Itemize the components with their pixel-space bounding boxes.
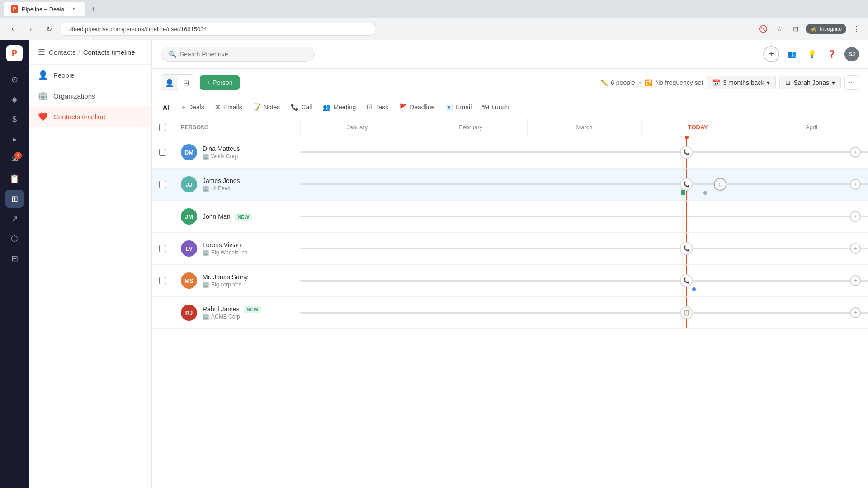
forward-button[interactable]: ›: [24, 22, 38, 36]
filter-tab-deadline[interactable]: 🚩 Deadline: [397, 101, 436, 114]
person-name-john[interactable]: John Man NEW: [203, 213, 252, 220]
dot-separator: •: [639, 79, 642, 87]
address-bar[interactable]: uifeed.pipedrive.com/persons/timeline/us…: [60, 23, 376, 36]
deal-marker-james: [681, 190, 685, 195]
person-name-dina[interactable]: Dina Matteus: [203, 145, 240, 152]
filter-tab-call[interactable]: 📞 Call: [289, 101, 314, 114]
browser-tab[interactable]: P Pipeline – Deals ✕: [4, 2, 85, 16]
filter-tab-all[interactable]: All: [161, 101, 173, 114]
row-checkbox-james[interactable]: [159, 181, 166, 188]
top-header: 🔍 + 👥 💡 ❓ SJ: [152, 40, 868, 69]
add-event-button-john[interactable]: +: [850, 211, 861, 222]
sidebar-item-contacts-timeline[interactable]: ❤️ Contacts timeline: [29, 106, 151, 127]
frequency-button[interactable]: 🔁 No frequency set: [645, 79, 703, 86]
person-name-rahul[interactable]: Rahul James NEW: [203, 305, 261, 313]
event-call-lorens[interactable]: 📞: [680, 242, 693, 255]
icon-bar-item-money[interactable]: $: [5, 110, 24, 128]
breadcrumb-contacts[interactable]: Contacts: [49, 48, 75, 56]
task-icon: ☑: [367, 103, 373, 111]
filter-tab-notes[interactable]: 📝 Notes: [251, 101, 282, 114]
sidebar-item-organizations[interactable]: 🏢 Organizations: [29, 85, 151, 106]
person-details-james: James Jones 🏢 UI Feed: [203, 177, 240, 192]
filter-tab-task[interactable]: ☑ Task: [365, 101, 390, 114]
timeline-bar-rahul: [300, 312, 868, 314]
add-event-button-dina[interactable]: +: [850, 147, 861, 158]
filter-tab-emails[interactable]: ✉ Emails: [213, 101, 244, 114]
add-person-button[interactable]: + Person: [200, 75, 240, 90]
timeline-header-row: PERSONS January February March TODAY: [152, 118, 868, 136]
person-name-jonas[interactable]: Mr. Jonas Samy: [203, 273, 248, 281]
icon-bar-item-activities[interactable]: 📋: [5, 170, 24, 188]
event-note-rahul[interactable]: 📋: [680, 306, 693, 319]
star-icon[interactable]: ☆: [773, 23, 786, 35]
filter-tab-deals[interactable]: ⟐ Deals: [180, 101, 206, 114]
filter-icon: ⊟: [785, 79, 791, 86]
app-logo[interactable]: P: [6, 45, 23, 61]
row-checkbox-col: [152, 181, 174, 188]
add-event-button-jonas[interactable]: +: [850, 275, 861, 286]
global-add-button[interactable]: +: [763, 46, 779, 62]
app-container: P ⊙ ◈ $ ▸ ✉ 4 📋 ⊞ ↗ ⬡ ⊟ ☰ Contacts / Con…: [0, 40, 868, 488]
view-toggle: 👤 ⊞: [161, 74, 194, 91]
filter-tab-email[interactable]: 📧 Email: [443, 101, 473, 114]
help-icon[interactable]: ❓: [825, 47, 839, 61]
add-event-button-james[interactable]: +: [850, 179, 861, 190]
icon-bar-item-mail[interactable]: ✉ 4: [5, 150, 24, 168]
icon-bar-item-apps[interactable]: ⊟: [5, 249, 24, 267]
event-deal-james[interactable]: ↻: [714, 178, 726, 191]
calendar-icon: 📅: [712, 79, 720, 86]
filter-tab-meeting[interactable]: 👥 Meeting: [321, 101, 358, 114]
avatar-jonas: MS: [181, 272, 197, 289]
new-tab-button[interactable]: +: [87, 3, 99, 15]
event-call-jonas[interactable]: 📞: [680, 274, 693, 287]
row-checkbox-lorens[interactable]: [159, 245, 166, 252]
icon-bar-item-contacts[interactable]: ⊞: [5, 190, 24, 208]
person-name-james[interactable]: James Jones: [203, 177, 240, 184]
search-input[interactable]: [180, 51, 307, 58]
months-back-button[interactable]: 📅 3 months back ▾: [707, 76, 776, 89]
lightbulb-icon[interactable]: 💡: [805, 47, 819, 61]
icon-bar-item-leads[interactable]: ▸: [5, 130, 24, 148]
person-details-rahul: Rahul James NEW 🏢 ACME Corp.: [203, 305, 261, 320]
search-bar[interactable]: 🔍: [161, 47, 315, 62]
persons-header: PERSONS: [174, 119, 300, 136]
icon-bar-item-reports[interactable]: ↗: [5, 210, 24, 228]
month-today: TODAY: [641, 118, 755, 136]
list-view-button[interactable]: 👤: [161, 75, 178, 91]
person-info-james: JJ James Jones 🏢 UI Feed: [174, 171, 300, 198]
filter-tab-lunch[interactable]: 🍽 Lunch: [481, 101, 510, 114]
person-filter-button[interactable]: ⊟ Sarah Jonas ▾: [779, 76, 841, 89]
person-timeline-jonas: 📞 +: [300, 265, 868, 296]
split-view-icon[interactable]: ⊡: [789, 23, 802, 35]
more-options-button[interactable]: ···: [844, 75, 859, 90]
row-checkbox-dina[interactable]: [159, 149, 166, 156]
sidebar-item-label-organizations: Organizations: [53, 92, 95, 100]
sidebar-menu-button[interactable]: ☰: [38, 47, 45, 57]
add-event-button-lorens[interactable]: +: [850, 243, 861, 254]
event-call-james[interactable]: 📞: [680, 178, 693, 191]
contacts-icon[interactable]: 👥: [785, 47, 799, 61]
select-all-checkbox[interactable]: [159, 124, 166, 131]
months-label: 3 months back: [723, 79, 764, 86]
back-button[interactable]: ‹: [5, 22, 20, 36]
tab-close-button[interactable]: ✕: [71, 5, 78, 13]
icon-bar-item-deals[interactable]: ◈: [5, 90, 24, 108]
sidebar-item-people[interactable]: 👤 People: [29, 65, 151, 85]
month-april: April: [755, 118, 868, 136]
month-january: January: [300, 118, 414, 136]
event-call-dina[interactable]: 📞: [680, 146, 693, 159]
person-timeline-john: +: [300, 201, 868, 232]
timeline-bar-lorens: [300, 248, 868, 249]
icon-bar-item-products[interactable]: ⬡: [5, 230, 24, 248]
row-checkbox-col: [152, 277, 174, 284]
deadline-icon: 🚩: [399, 103, 407, 111]
reload-button[interactable]: ↻: [42, 22, 56, 36]
timeline-bar-john: [300, 216, 868, 217]
add-event-button-rahul[interactable]: +: [850, 307, 861, 318]
grid-view-button[interactable]: ⊞: [178, 75, 194, 91]
person-name-lorens[interactable]: Lorens Vivian: [203, 241, 247, 249]
browser-menu-icon[interactable]: ⋮: [850, 23, 863, 35]
row-checkbox-jonas[interactable]: [159, 277, 166, 284]
user-avatar[interactable]: SJ: [844, 47, 859, 61]
icon-bar-item-home[interactable]: ⊙: [5, 70, 24, 89]
